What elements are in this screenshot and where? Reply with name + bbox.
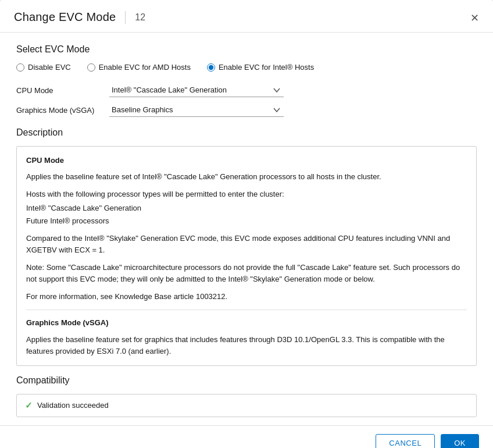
cpu-processor-list: Intel® "Cascade Lake" Generation Future … bbox=[26, 202, 467, 226]
header-divider bbox=[125, 11, 126, 24]
close-button[interactable]: ✕ bbox=[468, 10, 481, 26]
cpu-mode-select-wrapper: Intel® "Cascade Lake" GenerationIntel® "… bbox=[109, 83, 477, 97]
description-section: Description CPU Mode Applies the baselin… bbox=[16, 127, 477, 366]
compatibility-box: ✓ Validation succeeded bbox=[16, 394, 477, 417]
cpu-desc-para1: Applies the baseline feature set of Inte… bbox=[26, 171, 467, 183]
cpu-list-item-2: Future Intel® processors bbox=[26, 215, 467, 227]
description-box: CPU Mode Applies the baseline feature se… bbox=[16, 146, 477, 366]
compatibility-section: Compatibility ✓ Validation succeeded bbox=[16, 375, 477, 417]
cpu-list-item-1: Intel® "Cascade Lake" Generation bbox=[26, 202, 467, 214]
dialog-title: Change EVC Mode bbox=[14, 10, 116, 24]
dialog-body: Select EVC Mode Disable EVC Enable EVC f… bbox=[0, 33, 493, 425]
select-evc-title: Select EVC Mode bbox=[16, 44, 477, 55]
cpu-desc-para5: For more information, see Knowledge Base… bbox=[26, 291, 467, 303]
cpu-desc-para3: Compared to the Intel® "Skylake" Generat… bbox=[26, 233, 467, 256]
cancel-button[interactable]: CANCEL bbox=[376, 434, 435, 448]
compatibility-title: Compatibility bbox=[16, 375, 477, 386]
radio-intel-hosts-input[interactable] bbox=[207, 63, 215, 72]
validation-text: Validation succeeded bbox=[37, 401, 109, 410]
dialog-step: 12 bbox=[135, 12, 145, 23]
cpu-desc-para2: Hosts with the following processor types… bbox=[26, 189, 467, 226]
radio-amd-hosts-input[interactable] bbox=[87, 63, 95, 72]
graphics-desc-heading: Graphics Mode (vSGA) bbox=[26, 317, 467, 329]
graphics-mode-select-wrapper: Baseline GraphicsEnhanced Graphics bbox=[109, 103, 477, 117]
graphics-desc-para1: Applies the baseline feature set for gra… bbox=[26, 334, 467, 357]
check-icon: ✓ bbox=[25, 400, 33, 411]
change-evc-dialog: Change EVC Mode 12 ✕ Select EVC Mode Dis… bbox=[0, 0, 493, 448]
graphics-mode-select[interactable]: Baseline GraphicsEnhanced Graphics bbox=[109, 103, 284, 117]
radio-amd-hosts-label: Enable EVC for AMD Hosts bbox=[99, 63, 191, 72]
evc-radio-group: Disable EVC Enable EVC for AMD Hosts Ena… bbox=[16, 63, 477, 72]
radio-disable-evc-input[interactable] bbox=[16, 63, 24, 72]
ok-button[interactable]: OK bbox=[441, 434, 479, 448]
dialog-footer: CANCEL OK bbox=[0, 425, 493, 448]
cpu-mode-select[interactable]: Intel® "Cascade Lake" GenerationIntel® "… bbox=[109, 83, 284, 97]
radio-intel-hosts-label: Enable EVC for Intel® Hosts bbox=[219, 63, 314, 72]
cpu-desc-para2-intro: Hosts with the following processor types… bbox=[26, 190, 284, 198]
radio-disable-evc[interactable]: Disable EVC bbox=[16, 63, 71, 72]
mode-form: CPU Mode Intel® "Cascade Lake" Generatio… bbox=[16, 83, 477, 117]
cpu-desc-para4: Note: Some "Cascade Lake" microarchitect… bbox=[26, 262, 467, 285]
cpu-mode-label: CPU Mode bbox=[16, 86, 109, 95]
graphics-mode-label: Graphics Mode (vSGA) bbox=[16, 106, 109, 115]
description-title: Description bbox=[16, 127, 477, 138]
desc-separator bbox=[26, 310, 467, 310]
dialog-header: Change EVC Mode 12 ✕ bbox=[0, 0, 493, 33]
radio-amd-hosts[interactable]: Enable EVC for AMD Hosts bbox=[87, 63, 191, 72]
radio-intel-hosts[interactable]: Enable EVC for Intel® Hosts bbox=[207, 63, 314, 72]
radio-disable-evc-label: Disable EVC bbox=[28, 63, 71, 72]
cpu-desc-heading: CPU Mode bbox=[26, 155, 467, 166]
